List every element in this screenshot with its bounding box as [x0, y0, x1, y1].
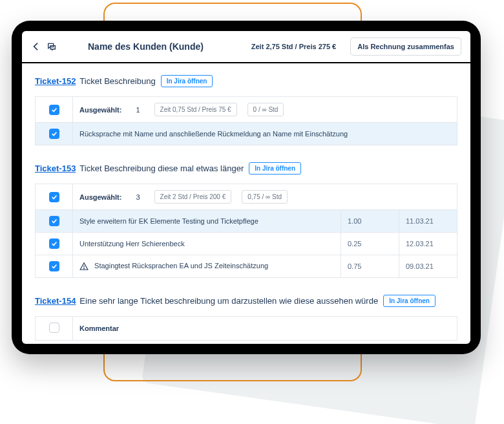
- checkbox-icon[interactable]: [49, 323, 59, 333]
- page-title: Name des Kunden (Kunde): [88, 41, 204, 52]
- checkbox-icon[interactable]: [49, 105, 59, 115]
- header-time-price: Zeit 2,75 Std / Preis 275 €: [251, 43, 336, 50]
- selected-label: Ausgewählt:: [79, 106, 121, 114]
- content-area: Ticket-152 Ticket Beschreibung In Jira ö…: [22, 63, 470, 344]
- ticket-table: Ausgewählt: 1 Zeit 0,75 Std / Preis 75 €…: [35, 96, 457, 145]
- row-date: 09.03.21: [399, 255, 457, 278]
- ticket-block: Ticket-153 Ticket Beschreibung diese mal…: [35, 162, 457, 278]
- row-description: Stagingtest Rücksprachen EA und JS Zeite…: [94, 262, 268, 270]
- ticket-block: Ticket-152 Ticket Beschreibung In Jira ö…: [35, 75, 457, 145]
- row-description: Rücksprache mit Name und anschließende R…: [73, 123, 457, 145]
- table-summary-row: Ausgewählt: 1 Zeit 0,75 Std / Preis 75 €…: [36, 97, 457, 123]
- ticket-description: Eine sehr lange Ticket beschreibung um d…: [79, 296, 378, 306]
- back-icon[interactable]: [31, 41, 41, 52]
- selected-label: Ausgewählt:: [79, 193, 121, 201]
- ticket-description: Ticket Beschreibung: [79, 76, 155, 86]
- table-row[interactable]: Rücksprache mit Name und anschließende R…: [36, 123, 457, 145]
- table-summary-row: Kommentar: [36, 317, 457, 341]
- hours-pill: 0 / ∞ Std: [247, 103, 284, 116]
- app-screen: Name des Kunden (Kunde) Zeit 2,75 Std / …: [22, 31, 470, 344]
- checkbox-icon[interactable]: [49, 238, 59, 249]
- ticket-description: Ticket Beschreibung diese mal etwas läng…: [79, 164, 244, 173]
- open-in-jira-button[interactable]: In Jira öffnen: [161, 75, 213, 87]
- ticket-link[interactable]: Ticket-152: [35, 76, 76, 86]
- row-description: Style erweitern für EK Elemente Testing …: [73, 210, 341, 233]
- time-price-pill: Zeit 2 Std / Preis 200 €: [154, 190, 232, 204]
- ticket-table: Ausgewählt: 3 Zeit 2 Std / Preis 200 € 0…: [35, 184, 457, 278]
- ticket-block: Ticket-154 Eine sehr lange Ticket beschr…: [35, 295, 457, 341]
- ticket-link[interactable]: Ticket-154: [35, 296, 76, 306]
- checkbox-icon[interactable]: [49, 129, 59, 139]
- open-in-jira-button[interactable]: In Jira öffnen: [249, 162, 301, 175]
- row-hours: 1.00: [341, 210, 399, 233]
- header-bar: Name des Kunden (Kunde) Zeit 2,75 Std / …: [22, 31, 470, 63]
- checkbox-icon[interactable]: [49, 192, 59, 202]
- warning-icon: [79, 262, 89, 271]
- checkbox-icon[interactable]: [49, 261, 59, 271]
- tablet-frame: Name des Kunden (Kunde) Zeit 2,75 Std / …: [12, 21, 481, 354]
- ticket-table: Kommentar: [35, 316, 457, 341]
- chat-icon[interactable]: [47, 41, 57, 52]
- table-row[interactable]: Stagingtest Rücksprachen EA und JS Zeite…: [36, 255, 457, 278]
- comment-label: Kommentar: [79, 324, 119, 332]
- checkbox-icon[interactable]: [49, 216, 59, 226]
- selected-count: 3: [132, 193, 143, 201]
- invoice-summary-button[interactable]: Als Rechnung zusammenfas: [350, 37, 461, 56]
- row-hours: 0.25: [341, 233, 399, 255]
- ticket-link[interactable]: Ticket-153: [35, 164, 76, 173]
- svg-point-1: [84, 268, 85, 269]
- selected-count: 1: [132, 106, 143, 114]
- row-description: Unterstützung Herr Schierenbeck: [73, 233, 341, 255]
- row-date: 11.03.21: [399, 210, 457, 233]
- table-summary-row: Ausgewählt: 3 Zeit 2 Std / Preis 200 € 0…: [36, 184, 457, 210]
- open-in-jira-button[interactable]: In Jira öffnen: [383, 295, 436, 307]
- row-date: 12.03.21: [399, 233, 457, 255]
- row-hours: 0.75: [341, 255, 399, 278]
- table-row[interactable]: Unterstützung Herr Schierenbeck 0.25 12.…: [36, 233, 457, 255]
- table-row[interactable]: Style erweitern für EK Elemente Testing …: [36, 210, 457, 233]
- time-price-pill: Zeit 0,75 Std / Preis 75 €: [154, 103, 237, 116]
- hours-pill: 0,75 / ∞ Std: [242, 190, 288, 204]
